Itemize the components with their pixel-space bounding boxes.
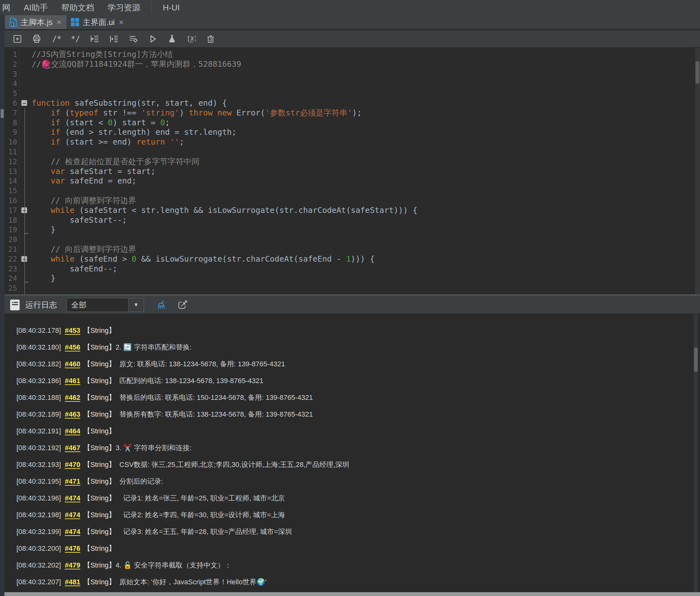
tab-main-ui[interactable]: 主界面.ui × — [67, 15, 129, 29]
close-icon[interactable]: × — [118, 18, 125, 26]
format-code-icon[interactable] — [126, 32, 140, 46]
log-ref-link[interactable]: #470 — [65, 461, 80, 469]
log-ref-link[interactable]: #462 — [65, 393, 80, 402]
log-ref-link[interactable]: #474 — [65, 494, 80, 502]
log-entry: [08:40:32.188]#462【String】 替换后的电话: 联系电话:… — [0, 389, 700, 406]
log-ref-link[interactable]: #461 — [65, 377, 80, 385]
code-line[interactable]: 7 if (typeof str !== 'string') throw new… — [0, 108, 700, 118]
run-icon[interactable] — [146, 32, 159, 46]
code-text: //JS内置String类[String]方法小结 — [32, 50, 173, 59]
log-ref-link[interactable]: #476 — [65, 544, 80, 553]
code-line[interactable]: 14 var safeEnd = end; — [0, 176, 700, 186]
tab-main-script[interactable]: JS 主脚本.js × — [5, 15, 67, 29]
code-line[interactable]: 22− while (safeEnd > 0 && isLowSurrogate… — [0, 254, 700, 264]
outdent-icon[interactable] — [88, 32, 102, 46]
code-line[interactable]: 13 var safeStart = start; — [0, 167, 700, 177]
fold-column: − — [17, 98, 32, 108]
test-flask-icon[interactable] — [165, 32, 179, 46]
log-ref-link[interactable]: #453 — [65, 327, 80, 335]
code-line[interactable]: 6−function safeSubstring(str, start, end… — [0, 98, 700, 108]
fold-column — [17, 88, 32, 98]
code-line[interactable]: 1//JS内置String类[String]方法小结 — [0, 50, 700, 59]
code-line[interactable]: 21 // 向后调整到字符边界 — [0, 244, 700, 254]
fold-end-marker — [24, 282, 28, 283]
code-editor[interactable]: 1//JS内置String类[String]方法小结2//🧶交流QQ群71184… — [0, 48, 700, 294]
chevron-down-icon[interactable]: ▼ — [128, 298, 144, 312]
code-line[interactable]: 17− while (safeStart < str.length && isL… — [0, 206, 700, 215]
close-icon[interactable]: × — [56, 18, 62, 26]
code-text: // 向后调整到字符边界 — [32, 244, 136, 254]
log-ref-link[interactable]: #464 — [65, 427, 80, 435]
code-text: safeEnd--; — [32, 264, 118, 274]
comment-start-icon[interactable]: /* — [49, 32, 63, 46]
clear-icon[interactable] — [203, 32, 218, 46]
log-message: 记录2: 姓名=李四, 年龄=30, 职业=设计师, 城市=上海 — [116, 510, 285, 520]
log-ref-link[interactable]: #479 — [65, 561, 80, 569]
add-icon[interactable] — [10, 32, 24, 46]
code-line[interactable]: 5 — [0, 88, 700, 98]
fold-end-marker — [24, 233, 28, 234]
log-ref-link[interactable]: #474 — [65, 511, 80, 519]
log-filter-select[interactable]: 全部 ▼ — [67, 298, 144, 312]
fold-marker-icon[interactable]: − — [21, 100, 27, 106]
log-ref-link[interactable]: #456 — [65, 343, 80, 352]
left-strip-marker[interactable] — [1, 109, 4, 118]
log-entry: [08:40:32.207]#481【String】 原始文本: '你好，Jav… — [0, 573, 700, 590]
log-ref-link[interactable]: #467 — [65, 444, 80, 452]
left-edge-strip — [0, 15, 4, 596]
log-scrollbar-thumb[interactable] — [694, 347, 698, 372]
code-line[interactable]: 4 — [0, 79, 700, 88]
comment-end-icon[interactable]: */ — [68, 32, 82, 46]
code-line[interactable]: 2//🧶交流QQ群711841924群一，苹果内测群，528816639 — [0, 59, 700, 69]
clear-log-broom-icon[interactable] — [155, 298, 169, 312]
code-line[interactable]: 24 } — [0, 274, 700, 283]
code-line[interactable]: 11 — [0, 147, 700, 157]
variable-icon[interactable]: [X] — [184, 32, 198, 46]
code-line[interactable]: 23 safeEnd--; — [0, 264, 700, 274]
js-file-icon: JS — [9, 18, 18, 27]
code-text: function safeSubstring(str, start, end) … — [32, 98, 227, 108]
code-line[interactable]: 8 if (start < 0) start = 0; — [0, 118, 700, 128]
log-ref-link[interactable]: #460 — [65, 360, 80, 368]
code-line[interactable]: 20 — [0, 235, 700, 244]
log-entry: [08:40:32.196]#474【String】 记录1: 姓名=张三, 年… — [0, 490, 700, 507]
log-entry: [08:40:32.195]#471【String】 分割后的记录: — [0, 473, 700, 490]
log-tag: 【String】 — [83, 527, 116, 537]
code-line[interactable]: 16 // 向前调整到字符边界 — [0, 196, 700, 206]
log-timestamp: [08:40:32.180] — [17, 343, 61, 352]
code-line[interactable]: 12 // 检查起始位置是否处于多字节字符中间 — [0, 157, 700, 167]
log-ref-link[interactable]: #481 — [65, 578, 80, 586]
log-entry: [08:40:32.192]#467【String】3. ✂️ 字符串分割和连接… — [0, 439, 700, 456]
code-line[interactable]: 18 safeStart--; — [0, 215, 700, 225]
editor-scrollbar[interactable] — [695, 48, 700, 294]
log-tag: 【String】 — [83, 376, 116, 386]
menu-item[interactable]: 学习资源 — [101, 2, 147, 13]
log-tag: 【String】 — [83, 561, 116, 570]
code-line[interactable]: 9 if (end > str.length) end = str.length… — [0, 128, 700, 137]
code-text: var safeStart = start; — [32, 167, 155, 177]
log-ref-link[interactable]: #463 — [65, 410, 80, 418]
code-line[interactable]: 15 — [0, 186, 700, 196]
indent-icon[interactable] — [107, 32, 121, 46]
code-line[interactable]: 25 — [0, 283, 700, 293]
log-tag: 【String】 — [83, 326, 116, 335]
menu-item[interactable]: 网 — [0, 2, 17, 13]
log-ref-link[interactable]: #471 — [65, 477, 80, 486]
log-ref-link[interactable]: #474 — [65, 528, 80, 536]
print-icon[interactable] — [30, 32, 44, 46]
code-line[interactable]: 3 — [0, 69, 700, 79]
menu-item[interactable]: 帮助文档 — [55, 2, 101, 13]
log-tag: 【String】 — [83, 544, 116, 553]
fold-column — [17, 50, 32, 59]
log-timestamp: [08:40:32.195] — [17, 477, 61, 486]
open-in-window-icon[interactable] — [176, 298, 190, 312]
log-output[interactable]: [08:40:32.178]#453【String】[08:40:32.180]… — [0, 314, 700, 592]
code-text: } — [32, 225, 55, 235]
editor-scrollbar-thumb[interactable] — [696, 61, 699, 84]
menu-item[interactable]: AI助手 — [17, 2, 55, 13]
svg-text:[X]: [X] — [187, 35, 196, 42]
code-line[interactable]: 10 if (start >= end) return ''; — [0, 137, 700, 147]
menu-item[interactable]: H-UI — [156, 3, 186, 12]
code-line[interactable]: 19 } — [0, 225, 700, 235]
log-scrollbar[interactable] — [694, 314, 698, 592]
